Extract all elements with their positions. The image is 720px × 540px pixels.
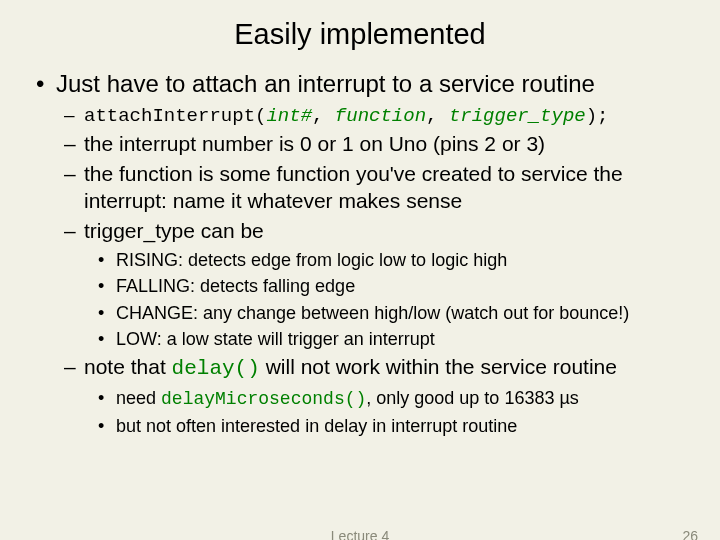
bullet-main-text: Just have to attach an interrupt to a se… [56, 70, 595, 97]
dot-delay-micro: need delayMicroseconds(), only good up t… [116, 387, 690, 411]
bullet-main: Just have to attach an interrupt to a se… [56, 69, 690, 438]
dot-change: CHANGE: any change between high/low (wat… [116, 302, 690, 325]
dot-rising: RISING: detects edge from logic low to l… [116, 249, 690, 272]
code-sep2: , [426, 105, 449, 127]
footer-lecture: Lecture 4 [0, 528, 720, 540]
code-delay-micro: delayMicroseconds() [161, 389, 366, 409]
dash-interrupt-number: the interrupt number is 0 or 1 on Uno (p… [84, 131, 690, 158]
delay-dot-list: need delayMicroseconds(), only good up t… [84, 387, 690, 438]
dot-falling: FALLING: detects falling edge [116, 275, 690, 298]
dash-code-line: attachInterrupt(int#, function, trigger_… [84, 103, 690, 128]
dot-delay-rare: but not often interested in delay in int… [116, 415, 690, 438]
code-delay: delay() [172, 357, 260, 380]
dash-list: attachInterrupt(int#, function, trigger_… [56, 103, 690, 438]
footer-page-number: 26 [682, 528, 698, 540]
code-arg2: function [335, 105, 426, 127]
dash-delay-b: will not work within the service routine [260, 355, 617, 378]
dash-delay-a: note that [84, 355, 172, 378]
dash-delay-note: note that delay() will not work within t… [84, 354, 690, 438]
code-arg3: trigger_type [449, 105, 586, 127]
dash-function-desc: the function is some function you've cre… [84, 161, 690, 215]
code-arg1: int# [266, 105, 312, 127]
code-sep1: , [312, 105, 335, 127]
trigger-dot-list: RISING: detects edge from logic low to l… [84, 249, 690, 352]
dot-delay-micro-b: , only good up to 16383 µs [366, 388, 579, 408]
slide: Easily implemented Just have to attach a… [0, 0, 720, 540]
code-close: ); [586, 105, 609, 127]
dot-delay-micro-a: need [116, 388, 161, 408]
top-bullet-list: Just have to attach an interrupt to a se… [30, 69, 690, 438]
dash-trigger-type-text: trigger_type can be [84, 219, 264, 242]
slide-title: Easily implemented [30, 18, 690, 51]
code-fn: attachInterrupt( [84, 105, 266, 127]
dot-low: LOW: a low state will trigger an interru… [116, 328, 690, 351]
dash-trigger-type: trigger_type can be RISING: detects edge… [84, 218, 690, 351]
